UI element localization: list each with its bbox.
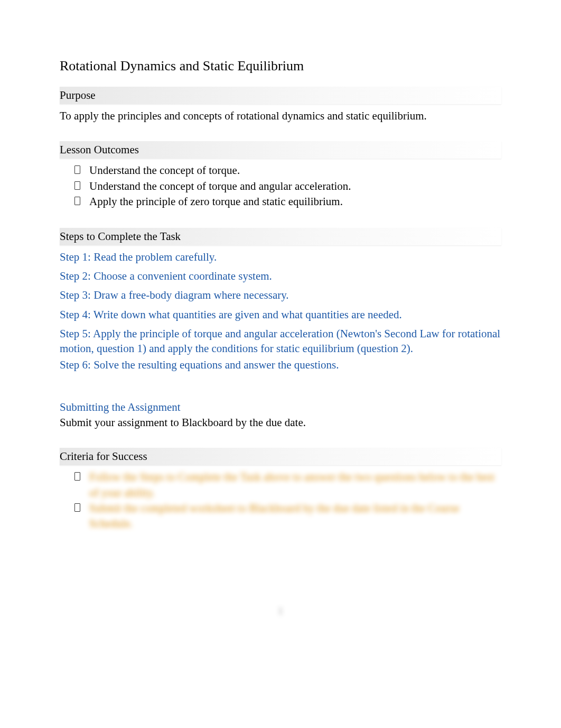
step-line: Step 2: Choose a convenient coordinate s… xyxy=(60,269,501,283)
page-number: 1 xyxy=(278,606,283,617)
step-line: Step 1: Read the problem carefully. xyxy=(60,250,501,264)
lesson-outcomes-heading: Lesson Outcomes xyxy=(60,141,501,159)
list-item: Apply the principle of zero torque and s… xyxy=(74,194,501,209)
purpose-text: To apply the principles and concepts of … xyxy=(60,108,501,123)
criteria-heading: Criteria for Success xyxy=(60,448,501,465)
submitting-heading: Submitting the Assignment xyxy=(60,401,501,414)
submitting-text: Submit your assignment to Blackboard by … xyxy=(60,415,501,430)
list-item: Understand the concept of torque. xyxy=(74,163,501,178)
criteria-list: Follow the Steps to Complete the Task ab… xyxy=(74,469,501,532)
step-line: Step 5: Apply the principle of torque an… xyxy=(60,326,501,356)
steps-block: Step 1: Read the problem carefully. Step… xyxy=(60,250,501,372)
list-item: Understand the concept of torque and ang… xyxy=(74,179,501,194)
purpose-heading: Purpose xyxy=(60,87,501,104)
step-line: Step 6: Solve the resulting equations an… xyxy=(60,357,501,372)
list-item: Follow the Steps to Complete the Task ab… xyxy=(74,469,501,501)
lesson-outcomes-list: Understand the concept of torque. Unders… xyxy=(74,163,501,209)
document-title: Rotational Dynamics and Static Equilibri… xyxy=(60,58,501,74)
list-item: Submit the completed worksheet to Blackb… xyxy=(74,501,501,532)
steps-heading: Steps to Complete the Task xyxy=(60,228,501,245)
step-line: Step 4: Write down what quantities are g… xyxy=(60,307,501,322)
step-line: Step 3: Draw a free-body diagram where n… xyxy=(60,288,501,302)
